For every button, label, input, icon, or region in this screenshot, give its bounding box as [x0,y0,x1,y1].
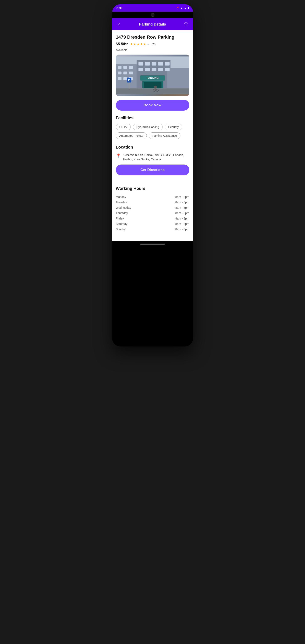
svg-rect-15 [152,62,156,66]
star-3: ★ [137,42,140,46]
home-indicator [112,241,193,247]
facility-security: Security [165,124,182,130]
facility-hydraulic-parking: Hydraulic Parking [133,124,163,130]
hours-thursday-value: 8am - 8pm [175,212,189,215]
wifi-icon: ▲ [181,7,183,9]
camera-bar [112,12,193,18]
day-tuesday: Tuesday [116,201,137,204]
hours-friday-value: 8am - 8pm [175,217,189,220]
hours-saturday: Saturday 8am - 8pm [116,221,189,226]
star-empty: ★ [147,42,149,46]
pricing-rating-row: $5.5/hr ★ ★ ★ ★ ★ ★ 23 [116,42,189,46]
day-thursday: Thursday [116,212,137,215]
svg-rect-20 [152,68,156,71]
hours-sunday: Sunday 8am - 8pm [116,226,189,232]
status-bar: 7:20 📍 ▲ ▲ ▮ [112,4,193,12]
facilities-section: Facilities CCTV Hydraulic Parking Securi… [116,116,189,139]
svg-rect-22 [165,68,170,71]
svg-rect-18 [138,68,143,71]
svg-rect-9 [129,72,133,74]
nav-bar: ‹ Parking Details ♡ [112,18,193,30]
location-title: Location [116,145,189,150]
hours-monday-value: 8am - 8pm [175,195,189,198]
hours-saturday-value: 8am - 8pm [175,222,189,226]
favorite-button[interactable]: ♡ [182,20,190,28]
facility-automated-tickets: Automated Tickets [116,132,147,139]
location-pin-icon: 📍 [116,153,121,158]
day-wednesday: Wednesday [116,206,137,209]
svg-rect-5 [123,66,127,69]
svg-rect-4 [118,66,121,69]
page-title: Parking Details [123,22,182,26]
svg-rect-16 [158,62,163,66]
back-button[interactable]: ‹ [115,20,123,28]
facility-cctv: CCTV [116,124,131,130]
facility-parking-assistance: Parking Assistance [149,132,180,139]
hours-monday: Monday 8am - 8pm [116,194,189,200]
hours-wednesday-value: 8am - 8pm [175,206,189,209]
star-half: ★ [143,42,146,46]
camera-lens [151,13,154,17]
home-bar [140,244,165,244]
parking-image-container: PARKING P [116,54,189,96]
svg-rect-7 [118,72,121,74]
status-icons: 📍 ▲ ▲ ▮ [176,7,189,9]
building-illustration: PARKING P [116,54,189,96]
working-hours-title: Working Hours [116,186,189,191]
facilities-title: Facilities [116,116,189,120]
star-rating: ★ ★ ★ ★ ★ ★ [130,42,149,46]
svg-rect-31 [154,88,156,90]
hours-thursday: Thursday 8am - 8pm [116,210,189,216]
address-row: 📍 1724 Walnut St, Halifax, NS B3H 3S5, C… [116,153,189,162]
status-time: 7:20 [116,6,122,10]
svg-rect-19 [145,68,150,71]
svg-text:P: P [128,79,130,82]
day-monday: Monday [116,195,137,198]
phone-frame: 7:20 📍 ▲ ▲ ▮ ‹ Parking Details ♡ 1479 Dr… [112,4,193,346]
svg-rect-6 [129,66,133,69]
hours-friday: Friday 8am - 8pm [116,216,189,221]
svg-rect-29 [116,90,189,94]
signal-icon: ▲ [184,7,186,9]
heart-icon: ♡ [184,22,188,27]
facilities-grid: CCTV Hydraulic Parking Security Automate… [116,124,189,139]
back-icon: ‹ [118,22,120,27]
svg-rect-11 [123,77,127,80]
availability-status: Available [116,48,189,52]
svg-rect-21 [158,68,163,71]
svg-rect-14 [145,62,150,66]
hours-wednesday: Wednesday 8am - 8pm [116,205,189,210]
time-display: 7:20 [116,6,122,10]
svg-rect-28 [116,88,189,89]
address-text: 1724 Walnut St, Halifax, NS B3H 3S5, Can… [123,153,189,162]
price-display: $5.5/hr [116,42,128,46]
main-content: 1479 Dresden Row Parking $5.5/hr ★ ★ ★ ★… [112,30,193,241]
reviews-count: 23 [152,42,156,46]
svg-rect-10 [118,77,121,80]
parking-name: 1479 Dresden Row Parking [116,34,189,40]
day-sunday: Sunday [116,228,137,231]
get-directions-button[interactable]: Get Directions [116,164,189,175]
book-now-button[interactable]: Book Now [116,100,189,110]
svg-rect-8 [123,72,127,74]
star-4: ★ [140,42,143,46]
hours-sunday-value: 8am - 8pm [175,228,189,231]
hours-tuesday-value: 8am - 8pm [175,201,189,204]
day-friday: Friday [116,217,137,220]
working-hours-section: Working Hours Monday 8am - 8pm Tuesday 8… [116,186,189,232]
location-icon: 📍 [176,7,179,9]
parking-image: PARKING P [116,54,189,96]
battery-icon: ▮ [188,7,189,9]
hours-tuesday: Tuesday 8am - 8pm [116,200,189,205]
svg-text:PARKING: PARKING [147,77,159,80]
svg-rect-13 [138,62,143,66]
star-2: ★ [133,42,136,46]
star-1: ★ [130,42,133,46]
svg-rect-17 [165,62,170,66]
location-section: Location 📍 1724 Walnut St, Halifax, NS B… [116,145,189,181]
day-saturday: Saturday [116,222,137,226]
